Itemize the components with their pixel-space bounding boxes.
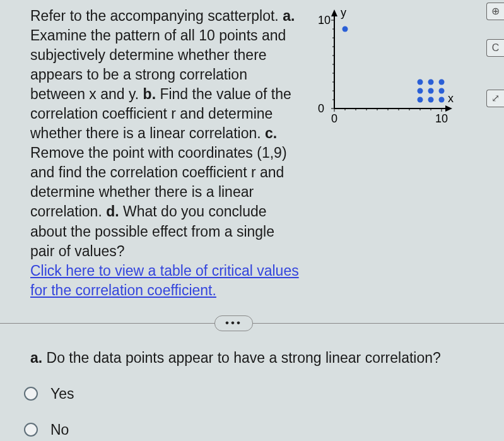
y-tick-0: 0 [318, 102, 324, 115]
scatterplot: y x 10 0 0 10 [315, 8, 457, 134]
expand-icon[interactable]: ⤢ [486, 90, 504, 107]
data-points [343, 26, 445, 103]
option-yes-label: Yes [50, 384, 74, 404]
x-axis-label: x [448, 92, 454, 105]
data-point [343, 26, 348, 32]
data-point [418, 79, 423, 85]
radio-icon [24, 423, 38, 437]
data-point [439, 79, 445, 85]
question-block: Refer to the accompanying scatterplot. a… [0, 0, 504, 300]
data-point [418, 97, 423, 103]
y-axis-label: y [341, 6, 346, 19]
data-point [418, 88, 423, 94]
answer-options: Yes No [0, 368, 504, 440]
data-point [428, 79, 434, 85]
question-text: Refer to the accompanying scatterplot. a… [30, 6, 302, 300]
x-tick-10: 10 [435, 112, 448, 125]
subquestion-a: a. Do the data points appear to have a s… [0, 333, 504, 368]
option-yes[interactable]: Yes [24, 384, 495, 404]
option-no[interactable]: No [24, 420, 495, 440]
side-toolbar: ⊕ C ⤢ [485, 0, 504, 164]
subquestion-label: a. [30, 350, 42, 366]
intro-text: Refer to the accompanying scatterplot. [30, 8, 283, 24]
ellipsis-button[interactable]: ••• [214, 315, 253, 331]
data-point [428, 88, 434, 94]
subquestion-text: Do the data points appear to have a stro… [42, 350, 441, 366]
part-b-label: b. [143, 86, 156, 102]
data-point [439, 88, 445, 94]
help-icon[interactable]: C [486, 39, 504, 57]
svg-marker-1 [331, 9, 337, 16]
y-tick-10: 10 [318, 14, 331, 26]
critical-values-link[interactable]: Click here to view a table of critical v… [30, 262, 299, 298]
part-d-label: d. [106, 203, 119, 220]
divider: ••• [0, 314, 504, 333]
plus-icon[interactable]: ⊕ [486, 3, 504, 20]
data-point [439, 97, 445, 103]
option-no-label: No [50, 420, 69, 440]
data-point [428, 97, 434, 103]
part-c-label: c. [265, 125, 277, 141]
svg-marker-3 [445, 105, 452, 112]
radio-icon [24, 387, 38, 401]
part-a-label: a. [283, 8, 295, 24]
x-tick-0: 0 [331, 112, 337, 125]
